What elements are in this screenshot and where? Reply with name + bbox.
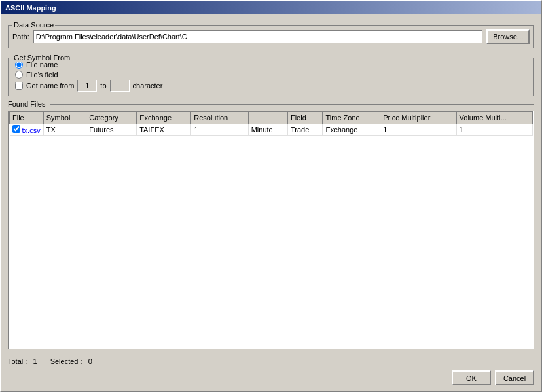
radio-file-name[interactable] bbox=[15, 61, 23, 69]
table-header: File Symbol Category Exchange Resolution… bbox=[10, 112, 533, 124]
datasource-group: Data Source Path: Browse... bbox=[8, 25, 534, 48]
row-price-multiplier: 1 bbox=[380, 124, 456, 135]
total-value: 1 bbox=[33, 357, 37, 365]
row-exchange: TAIFEX bbox=[137, 124, 191, 135]
col-volume-multi: Volume Multi... bbox=[456, 112, 532, 124]
row-timezone: Exchange bbox=[323, 124, 380, 135]
get-name-label: Get name from bbox=[26, 82, 74, 90]
total-status: Total : 1 bbox=[8, 357, 37, 365]
row-field: Trade bbox=[287, 124, 323, 135]
col-symbol: Symbol bbox=[43, 112, 86, 124]
character-label: character bbox=[133, 82, 163, 90]
table-body: tx.csv TX Futures TAIFEX 1 Minute Trade … bbox=[10, 124, 533, 135]
get-name-checkbox[interactable] bbox=[15, 82, 23, 90]
selected-value: 0 bbox=[88, 357, 92, 365]
col-resolution: Resolution bbox=[191, 112, 248, 124]
get-name-from-row: Get name from to character bbox=[15, 80, 530, 92]
file-link[interactable]: tx.csv bbox=[22, 126, 41, 134]
browse-button[interactable]: Browse... bbox=[486, 29, 530, 44]
radio-file-name-label: File name bbox=[26, 61, 58, 69]
ok-button[interactable]: OK bbox=[452, 370, 491, 385]
row-checkbox[interactable] bbox=[12, 125, 20, 133]
row-symbol: TX bbox=[43, 124, 86, 135]
col-resolution2 bbox=[248, 112, 287, 124]
col-field: Field bbox=[287, 112, 323, 124]
window-title: ASCII Mapping bbox=[5, 4, 56, 12]
radio-files-field-row: File's field bbox=[15, 71, 530, 79]
row-category: Futures bbox=[86, 124, 137, 135]
row-resolution2: Minute bbox=[248, 124, 287, 135]
total-label: Total : bbox=[8, 357, 27, 365]
get-name-to-input[interactable] bbox=[110, 80, 130, 92]
col-category: Category bbox=[86, 112, 137, 124]
row-checkbox-cell[interactable]: tx.csv bbox=[10, 124, 44, 135]
footer-buttons: OK Cancel bbox=[1, 368, 541, 391]
table-header-row: File Symbol Category Exchange Resolution… bbox=[10, 112, 533, 124]
title-bar: ASCII Mapping bbox=[1, 1, 541, 14]
table-row[interactable]: tx.csv TX Futures TAIFEX 1 Minute Trade … bbox=[10, 124, 533, 135]
cancel-button[interactable]: Cancel bbox=[495, 370, 534, 385]
content-area: Data Source Path: Browse... Get Symbol F… bbox=[1, 14, 541, 355]
radio-file-name-row: File name bbox=[15, 61, 530, 69]
path-input[interactable] bbox=[33, 30, 482, 43]
found-files-section: Found Files File Symbol Category Exchang… bbox=[8, 100, 534, 349]
get-name-from-input[interactable] bbox=[77, 80, 97, 92]
status-bar: Total : 1 Selected : 0 bbox=[1, 355, 541, 368]
ascii-mapping-window: ASCII Mapping Data Source Path: Browse..… bbox=[0, 0, 542, 392]
col-price-multiplier: Price Multiplier bbox=[380, 112, 456, 124]
to-label: to bbox=[100, 82, 106, 90]
selected-label: Selected : bbox=[50, 357, 82, 365]
row-resolution: 1 bbox=[191, 124, 248, 135]
selected-status: Selected : 0 bbox=[50, 357, 92, 365]
path-label: Path: bbox=[12, 33, 29, 41]
datasource-label: Data Source bbox=[12, 21, 55, 29]
col-file: File bbox=[10, 112, 44, 124]
get-symbol-group: Get Symbol From File name File's field G… bbox=[8, 58, 534, 96]
path-row: Path: Browse... bbox=[12, 29, 530, 44]
found-files-divider bbox=[50, 104, 534, 105]
get-symbol-label: Get Symbol From bbox=[12, 54, 71, 62]
found-files-table: File Symbol Category Exchange Resolution… bbox=[9, 112, 533, 136]
row-volume-multi: 1 bbox=[456, 124, 532, 135]
found-files-header: Found Files bbox=[8, 100, 534, 108]
radio-files-field-label: File's field bbox=[26, 71, 58, 79]
found-files-table-container[interactable]: File Symbol Category Exchange Resolution… bbox=[8, 111, 534, 349]
found-files-label: Found Files bbox=[8, 100, 48, 108]
radio-group: File name File's field bbox=[15, 61, 530, 79]
col-exchange: Exchange bbox=[137, 112, 191, 124]
radio-files-field[interactable] bbox=[15, 71, 23, 79]
col-timezone: Time Zone bbox=[323, 112, 380, 124]
